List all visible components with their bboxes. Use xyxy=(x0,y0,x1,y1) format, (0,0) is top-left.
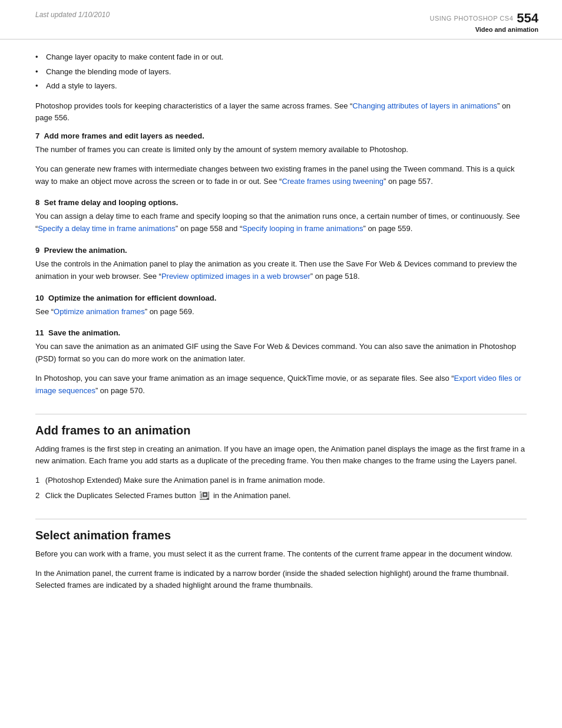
section-9-para1-after: ” on page 518. xyxy=(310,272,360,281)
select-frames-heading: Select animation frames xyxy=(35,519,527,542)
section-9-heading: 9 Preview the animation. xyxy=(35,246,527,255)
section-7-heading: 7 Add more frames and edit layers as nee… xyxy=(35,131,527,140)
section-9-para1: Use the controls in the Animation panel … xyxy=(35,258,527,283)
section-10-heading: 10 Optimize the animation for efficient … xyxy=(35,294,527,302)
section-10: 10 Optimize the animation for efficient … xyxy=(35,294,527,318)
optimize-animation-link[interactable]: Optimize animation frames xyxy=(54,307,145,316)
list-item: Change the blending mode of layers. xyxy=(35,66,527,78)
select-frames-para2: In the Animation panel, the current fram… xyxy=(35,568,527,592)
preview-optimized-link[interactable]: Preview optimized images in a web browse… xyxy=(161,272,310,281)
section-10-para1: See “Optimize animation frames” on page … xyxy=(35,306,527,318)
section-9-number: 9 xyxy=(35,246,39,255)
section-8: 8 Set frame delay and looping options. Y… xyxy=(35,198,527,235)
section-8-para1: You can assign a delay time to each fram… xyxy=(35,210,527,235)
add-frames-step1-text: (Photoshop Extended) Make sure the Anima… xyxy=(45,476,325,485)
section-11-para2-after: ” on page 570. xyxy=(95,386,145,395)
photoshop-note-text-before: Photoshop provides tools for keeping cha… xyxy=(35,101,352,110)
add-frames-step1: 1 (Photoshop Extended) Make sure the Ani… xyxy=(35,475,527,487)
list-item: Change layer opacity to make content fad… xyxy=(35,51,527,63)
section-7-title: Add more frames and edit layers as neede… xyxy=(44,131,204,140)
section-11: 11 Save the animation. You can save the … xyxy=(35,328,527,397)
section-8-para1-middle: ” on page 558 and “ xyxy=(176,224,242,233)
photoshop-note: Photoshop provides tools for keeping cha… xyxy=(35,100,527,125)
select-frames-para1: Before you can work with a frame, you mu… xyxy=(35,548,527,561)
specify-looping-link[interactable]: Specify looping in frame animations xyxy=(242,224,363,233)
section-8-title: Set frame delay and looping options. xyxy=(44,198,178,207)
bullet-list: Change layer opacity to make content fad… xyxy=(35,51,527,92)
section-11-title: Save the animation. xyxy=(48,328,120,337)
section-7: 7 Add more frames and edit layers as nee… xyxy=(35,131,527,187)
last-updated: Last updated 1/10/2010 xyxy=(35,11,110,19)
main-content: Change layer opacity to make content fad… xyxy=(0,51,562,622)
create-frames-tweening-link[interactable]: Create frames using tweening xyxy=(282,177,384,186)
add-frames-steps: 1 (Photoshop Extended) Make sure the Ani… xyxy=(35,475,527,502)
section-10-number: 10 xyxy=(35,294,44,302)
section-10-title: Optimize the animation for efficient dow… xyxy=(48,294,216,302)
section-7-para2-before: You can generate new frames with interme… xyxy=(35,164,514,186)
section-11-number: 11 xyxy=(35,328,44,337)
section-title: Video and animation xyxy=(430,26,538,33)
section-7-number: 7 xyxy=(35,131,39,140)
list-item: Add a style to layers. xyxy=(35,80,527,92)
product-title: USING PHOTOSHOP CS4 xyxy=(430,15,514,22)
section-7-para2: You can generate new frames with interme… xyxy=(35,163,527,188)
section-11-para2-before: In Photoshop, you can save your frame an… xyxy=(35,374,454,383)
specify-delay-link[interactable]: Specify a delay time in frame animations xyxy=(38,224,175,233)
add-frames-heading: Add frames to an animation xyxy=(35,414,527,437)
changing-attributes-link[interactable]: Changing attributes of layers in animati… xyxy=(352,101,497,110)
section-7-para1: The number of frames you can create is l… xyxy=(35,144,527,156)
section-7-para2-after: ” on page 557. xyxy=(384,177,433,186)
section-11-para1: You can save the animation as an animate… xyxy=(35,341,527,365)
page-header: Last updated 1/10/2010 USING PHOTOSHOP C… xyxy=(0,0,562,39)
duplicates-icon xyxy=(200,492,209,500)
section-10-para1-after: ” on page 569. xyxy=(145,307,194,316)
section-8-heading: 8 Set frame delay and looping options. xyxy=(35,198,527,207)
add-frames-para1: Adding frames is the first step in creat… xyxy=(35,443,527,468)
section-9-title: Preview the animation. xyxy=(44,246,127,255)
add-frames-step2-suffix: in the Animation panel. xyxy=(213,491,291,500)
section-10-para1-before: See “ xyxy=(35,307,54,316)
section-9: 9 Preview the animation. Use the control… xyxy=(35,246,527,283)
section-8-para1-after: ” on page 559. xyxy=(363,224,412,233)
add-frames-step2: 2 Click the Duplicates Selected Frames b… xyxy=(35,490,527,502)
section-11-para2: In Photoshop, you can save your frame an… xyxy=(35,373,527,397)
page-container: Last updated 1/10/2010 USING PHOTOSHOP C… xyxy=(0,0,562,728)
add-frames-step2-text: Click the Duplicates Selected Frames but… xyxy=(45,491,196,500)
page-number: 554 xyxy=(517,11,538,26)
header-right: USING PHOTOSHOP CS4 554 Video and animat… xyxy=(430,11,538,33)
section-8-number: 8 xyxy=(35,198,39,207)
section-11-heading: 11 Save the animation. xyxy=(35,328,527,337)
